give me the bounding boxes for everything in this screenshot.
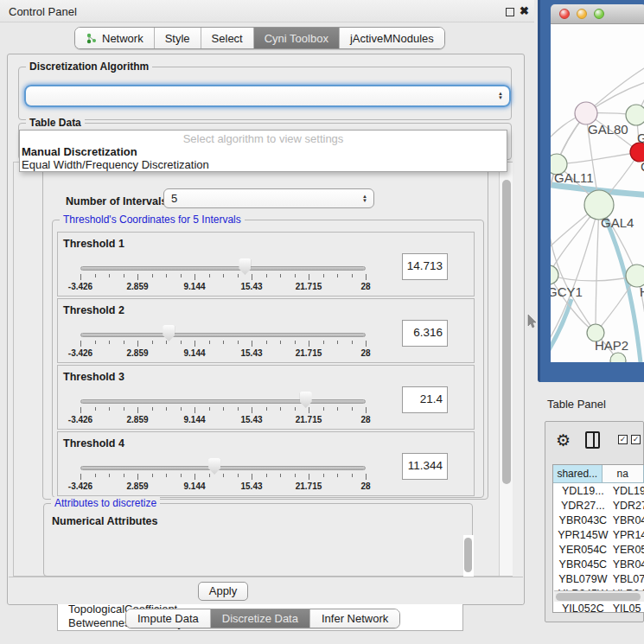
table-row[interactable]: YBR045CYBR04: [553, 557, 644, 571]
algorithm-option[interactable]: Equal Width/Frequency Discretization: [20, 158, 507, 171]
table-cell[interactable]: YBR04: [613, 557, 644, 571]
threshold-value-field[interactable]: 11.344: [402, 453, 448, 480]
top-tab-bar: NetworkStyleSelectCyni ToolboxjActiveMNo…: [74, 27, 445, 49]
table-cell[interactable]: YPR145W: [553, 527, 613, 542]
tick: [109, 407, 110, 411]
table-row[interactable]: YIL052CYIL05: [553, 601, 644, 613]
tab-label: Select: [212, 32, 243, 45]
tick: [152, 341, 153, 344]
tick: [280, 274, 281, 277]
table-cell[interactable]: YDR27...: [553, 498, 613, 513]
table-cell[interactable]: YBR043C: [553, 513, 613, 527]
thresholds-group-title: Threshold's Coordinates for 5 Intervals: [60, 214, 245, 226]
main-scrollbar[interactable]: [499, 163, 513, 576]
tick: [352, 474, 353, 477]
columns-icon[interactable]: [585, 431, 600, 449]
threshold-slider-track[interactable]: [80, 266, 366, 271]
tick: [223, 407, 224, 411]
algorithm-option[interactable]: Manual Discretization: [20, 145, 507, 158]
network-window-titlebar[interactable]: [551, 4, 644, 24]
network-canvas[interactable]: GAL80GACGAL11GAL4GCY1HHAP2: [551, 24, 644, 362]
tab-cyni-toolbox[interactable]: Cyni Toolbox: [254, 28, 340, 48]
node-label: GA: [637, 131, 644, 145]
table-cell[interactable]: YPR14: [613, 527, 644, 542]
table-cell[interactable]: YER05: [613, 542, 644, 557]
threshold-slider-track[interactable]: [80, 466, 366, 470]
tick: [366, 274, 367, 280]
threshold-slider-track[interactable]: [80, 399, 366, 404]
threshold-slider-handle[interactable]: [300, 392, 312, 408]
select-checkbox-icon[interactable]: ✓: [631, 435, 641, 444]
network-node[interactable]: [551, 265, 558, 284]
tick-label: 21.715: [296, 348, 322, 358]
tick: [252, 474, 252, 480]
table-cell[interactable]: YIL052C: [553, 601, 613, 613]
tick-label: 9.144: [183, 415, 205, 424]
node-label: C: [641, 159, 644, 174]
apply-strip: Apply: [9, 577, 523, 604]
table-cell[interactable]: YDR27: [613, 498, 644, 513]
network-edge[interactable]: [596, 205, 599, 333]
tick-label: 28: [360, 348, 370, 358]
close-icon[interactable]: ✖: [520, 4, 529, 17]
bottom-tab-discretize-data[interactable]: Discretize Data: [211, 609, 310, 628]
column-header[interactable]: shared...: [553, 465, 603, 482]
float-window-icon[interactable]: [506, 8, 514, 16]
threshold-value-field[interactable]: 6.316: [402, 320, 448, 347]
table-cell[interactable]: YER054C: [553, 542, 613, 557]
number-of-intervals-spinner[interactable]: 5 ▲▼: [163, 188, 374, 208]
table-row[interactable]: YPR145WYPR14: [553, 527, 644, 542]
tick: [109, 274, 110, 277]
threshold-value-field[interactable]: 21.4: [402, 386, 448, 413]
network-node[interactable]: [610, 353, 626, 362]
tab-network[interactable]: Network: [75, 28, 155, 48]
network-edge[interactable]: [557, 152, 640, 164]
tick: [252, 407, 252, 413]
select-all-checkbox-icon[interactable]: ✓: [618, 435, 628, 444]
tab-jactivemnodules[interactable]: jActiveMNodules: [340, 28, 444, 48]
main-scrollbar-thumb[interactable]: [502, 180, 511, 484]
tab-select[interactable]: Select: [201, 28, 254, 48]
tick: [137, 341, 138, 347]
column-header[interactable]: na: [603, 465, 644, 482]
table-cell[interactable]: YBL07: [613, 571, 644, 586]
threshold-slider-track[interactable]: [80, 333, 366, 337]
node-label: GAL4: [601, 215, 634, 230]
table-cell[interactable]: YDL19: [613, 483, 644, 498]
tick: [166, 474, 167, 477]
zoom-light-icon[interactable]: [594, 9, 604, 19]
tick: [238, 274, 239, 277]
threshold-slider-handle[interactable]: [208, 458, 220, 475]
table-panel-title: Table Panel: [547, 398, 606, 411]
algorithm-combobox[interactable]: ▲▼: [24, 85, 511, 107]
close-light-icon[interactable]: [559, 9, 570, 19]
threshold-value-field[interactable]: 14.713: [402, 253, 448, 280]
tab-style[interactable]: Style: [155, 28, 201, 48]
threshold-slider-handle[interactable]: [239, 258, 251, 275]
node-attribute-table[interactable]: shared...na YDL19...YDL19YDR27...YDR27YB…: [552, 464, 644, 613]
table-row[interactable]: YER054CYER05: [553, 542, 644, 557]
table-hscrollbar[interactable]: [554, 590, 644, 602]
network-edge-highlighted[interactable]: [551, 299, 571, 354]
apply-button[interactable]: Apply: [198, 582, 248, 601]
table-row[interactable]: YBR043CYBR04: [553, 513, 644, 527]
minimize-light-icon[interactable]: [577, 9, 587, 19]
table-row[interactable]: YBL079WYBL07: [553, 571, 644, 586]
tick: [181, 341, 182, 344]
table-cell[interactable]: YBR045C: [553, 557, 613, 571]
tick: [137, 474, 138, 480]
network-node[interactable]: [626, 105, 644, 125]
bottom-tab-infer-network[interactable]: Infer Network: [310, 609, 399, 628]
table-cell[interactable]: YBR04: [613, 513, 644, 527]
threshold-slider-handle[interactable]: [163, 325, 175, 341]
table-cell[interactable]: YBL079W: [553, 571, 613, 586]
table-row[interactable]: YDL19...YDL19: [553, 483, 644, 498]
table-cell[interactable]: YDL19...: [553, 483, 613, 498]
attributes-list-scrollbar[interactable]: [463, 535, 474, 577]
table-cell[interactable]: YIL05: [613, 601, 644, 613]
tick: [366, 474, 367, 480]
settings-gear-icon[interactable]: ⚙: [556, 430, 571, 450]
bottom-tab-impute-data[interactable]: Impute Data: [126, 609, 211, 628]
table-row[interactable]: YDR27...YDR27: [553, 498, 644, 513]
tick: [166, 274, 167, 277]
